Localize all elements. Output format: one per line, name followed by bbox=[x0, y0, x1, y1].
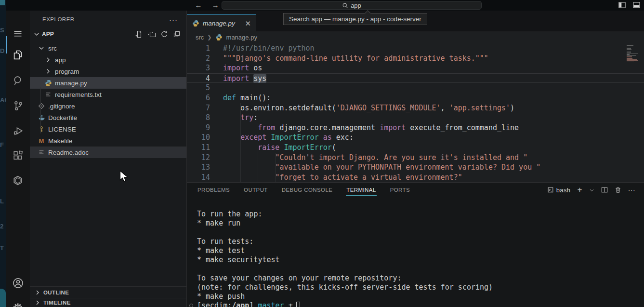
terminal-instance[interactable]: bash bbox=[547, 187, 571, 194]
extensions-icon[interactable] bbox=[6, 147, 30, 164]
close-icon[interactable]: ✕ bbox=[245, 20, 251, 27]
kill-terminal-icon[interactable] bbox=[615, 187, 621, 193]
code-line[interactable]: 8 try: bbox=[187, 113, 644, 123]
python-icon bbox=[192, 19, 199, 27]
panel-tab-problems[interactable]: PROBLEMS bbox=[197, 184, 230, 196]
code-line[interactable]: 7 os.environ.setdefault('DJANGO_SETTINGS… bbox=[187, 103, 644, 113]
line-number[interactable]: 1 bbox=[187, 43, 210, 53]
code-line[interactable]: 13 "available on your PYTHONPATH environ… bbox=[187, 162, 644, 173]
line-number[interactable]: 5 bbox=[187, 83, 210, 93]
terminal-line: * make run bbox=[197, 219, 644, 228]
line-number[interactable]: 8 bbox=[187, 113, 210, 123]
code-line[interactable]: 6def main(): bbox=[187, 93, 644, 103]
code-line[interactable]: 2"""Django's command-line utility for ad… bbox=[187, 53, 644, 64]
minimap[interactable] bbox=[627, 45, 643, 63]
panel-tab-bar: PROBLEMSOUTPUTDEBUG CONSOLETERMINALPORTS… bbox=[187, 183, 644, 197]
refresh-icon[interactable] bbox=[160, 30, 168, 38]
code-line[interactable]: 14 "forget to activate a virtual environ… bbox=[187, 173, 644, 182]
strip-letter: S bbox=[0, 27, 6, 34]
line-number[interactable]: 7 bbox=[187, 103, 210, 113]
code-text bbox=[210, 83, 223, 93]
line-number[interactable]: 12 bbox=[187, 153, 210, 163]
tree-item-label: program bbox=[55, 68, 79, 75]
section-header-timeline[interactable]: TIMELINE bbox=[30, 298, 186, 307]
account-icon[interactable] bbox=[6, 275, 30, 291]
line-number[interactable]: 9 bbox=[187, 123, 210, 133]
code-line[interactable]: 3import os bbox=[187, 63, 644, 73]
toggle-sidebar-icon[interactable] bbox=[618, 1, 626, 9]
line-number[interactable]: 11 bbox=[187, 143, 210, 153]
customize-layout-icon[interactable] bbox=[633, 1, 640, 9]
collapse-all-icon[interactable] bbox=[173, 30, 181, 38]
search-view-icon[interactable] bbox=[6, 72, 30, 89]
panel-tab-ports[interactable]: PORTS bbox=[390, 184, 410, 196]
line-number[interactable]: 14 bbox=[187, 173, 210, 182]
strip-letter: D bbox=[0, 47, 6, 54]
code-line[interactable]: 9 from django.core.management import exe… bbox=[187, 123, 644, 133]
code-line[interactable]: 5 bbox=[187, 83, 644, 93]
code-lines: 1#!/usr/bin/env python2"""Django's comma… bbox=[187, 43, 644, 182]
tree-item-app[interactable]: app bbox=[30, 54, 186, 66]
line-number[interactable]: 10 bbox=[187, 133, 210, 143]
section-header-app[interactable]: APP bbox=[30, 28, 186, 40]
editor-group: manage.py ✕ src ❯ manage.py 1#!/usr/bin/… bbox=[187, 11, 644, 307]
code-line[interactable]: 11 raise ImportError( bbox=[187, 143, 644, 153]
source-control-icon[interactable] bbox=[6, 97, 30, 114]
terminal-line: * make securitytest bbox=[197, 255, 644, 265]
tree-item-requirements-txt[interactable]: requirements.txt bbox=[30, 89, 186, 100]
terminal-prompt[interactable]: [secdim:/app] master ± bbox=[197, 301, 644, 307]
tree-item-label: requirements.txt bbox=[55, 91, 102, 98]
run-debug-icon[interactable] bbox=[6, 122, 30, 139]
activity-bar bbox=[6, 11, 30, 307]
explorer-icon[interactable] bbox=[6, 47, 30, 63]
nav-forward-icon[interactable]: → bbox=[210, 0, 221, 11]
file-tree[interactable]: srcappprogrammanage.pyrequirements.txt.g… bbox=[30, 40, 186, 158]
section-header-outline[interactable]: OUTLINE bbox=[30, 286, 186, 298]
new-file-icon[interactable] bbox=[135, 30, 143, 38]
panel-tab-debug-console[interactable]: DEBUG CONSOLE bbox=[281, 184, 333, 196]
line-number[interactable]: 4 bbox=[187, 74, 210, 83]
panel-more-icon[interactable]: ··· bbox=[628, 186, 635, 194]
line-number[interactable]: 2 bbox=[187, 53, 210, 64]
sidebar-bottom-sections: OUTLINETIMELINE bbox=[30, 286, 186, 307]
code-line[interactable]: 1#!/usr/bin/env python bbox=[187, 43, 644, 53]
secdim-extension-icon[interactable] bbox=[6, 173, 30, 189]
code-editor[interactable]: 1#!/usr/bin/env python2"""Django's comma… bbox=[187, 43, 644, 182]
code-line[interactable]: 10 except ImportError as exc: bbox=[187, 133, 644, 143]
new-terminal-icon[interactable]: + bbox=[577, 185, 582, 195]
breadcrumb[interactable]: src ❯ manage.py bbox=[187, 31, 644, 43]
tree-item-program[interactable]: program bbox=[30, 66, 186, 77]
tree-item-readme-adoc[interactable]: Readme.adoc bbox=[30, 147, 186, 158]
new-folder-icon[interactable] bbox=[148, 30, 156, 38]
code-line[interactable]: 12 "Couldn't import Django. Are you sure… bbox=[187, 153, 644, 163]
command-center-search[interactable]: app bbox=[222, 1, 482, 10]
line-number[interactable]: 6 bbox=[187, 93, 210, 103]
breadcrumb-file[interactable]: manage.py bbox=[226, 34, 257, 41]
split-terminal-icon[interactable] bbox=[601, 187, 608, 193]
terminal-output[interactable]: To run the app:* make run To run tests:*… bbox=[187, 197, 644, 307]
title-bar: ← → app bbox=[6, 0, 644, 11]
tree-item-src[interactable]: src bbox=[30, 42, 186, 54]
python-icon bbox=[215, 34, 223, 41]
terminal-dropdown-icon[interactable] bbox=[589, 187, 594, 193]
makefile-icon: M bbox=[38, 137, 45, 145]
tab-manage-py[interactable]: manage.py ✕ bbox=[187, 14, 256, 31]
chevron-down-icon bbox=[33, 30, 40, 38]
settings-gear-icon[interactable] bbox=[6, 300, 30, 307]
tree-item-dockerfile[interactable]: Dockerfile bbox=[30, 112, 186, 123]
nav-back-icon[interactable]: ← bbox=[193, 0, 204, 11]
tree-item-makefile[interactable]: MMakefile bbox=[30, 135, 186, 147]
code-line[interactable]: 4import sys bbox=[187, 73, 644, 83]
explorer-more-icon[interactable]: ··· bbox=[169, 15, 178, 24]
tree-item-manage-py[interactable]: manage.py bbox=[30, 77, 186, 89]
python-icon bbox=[44, 79, 52, 87]
panel-tab-output[interactable]: OUTPUT bbox=[243, 184, 268, 196]
tree-item-license[interactable]: LICENSE bbox=[30, 123, 186, 135]
shell-label: bash bbox=[556, 187, 571, 194]
tree-item--gitignore[interactable]: .gitignore bbox=[30, 100, 186, 112]
line-number[interactable]: 13 bbox=[187, 162, 210, 173]
panel-tab-terminal[interactable]: TERMINAL bbox=[346, 184, 376, 196]
menu-icon[interactable] bbox=[6, 26, 30, 42]
breadcrumb-folder[interactable]: src bbox=[196, 34, 204, 41]
line-number[interactable]: 3 bbox=[187, 63, 210, 73]
